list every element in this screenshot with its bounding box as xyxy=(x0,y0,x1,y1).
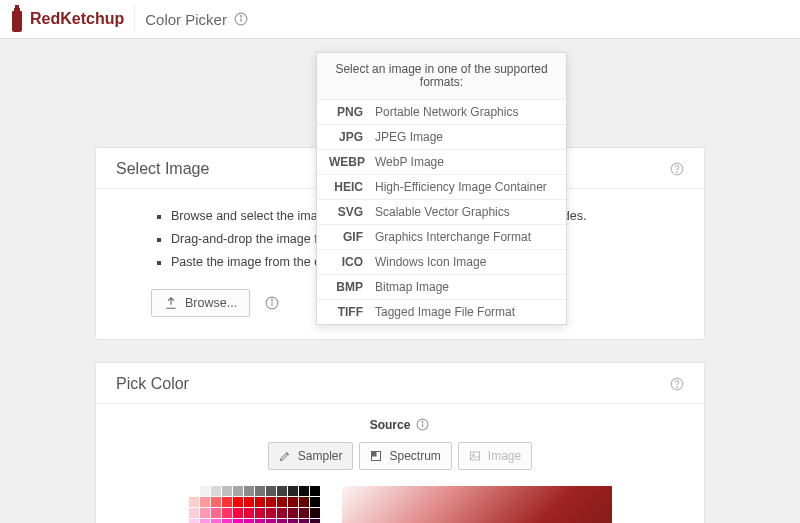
color-swatch[interactable] xyxy=(277,508,287,518)
svg-point-9 xyxy=(677,387,678,388)
color-swatch[interactable] xyxy=(233,497,243,507)
color-swatch[interactable] xyxy=(255,486,265,496)
format-name: Scalable Vector Graphics xyxy=(375,205,554,219)
color-swatch[interactable] xyxy=(211,508,221,518)
svg-point-2 xyxy=(240,16,241,17)
color-swatches[interactable] xyxy=(189,486,320,523)
color-swatch[interactable] xyxy=(288,508,298,518)
svg-point-12 xyxy=(422,422,423,423)
source-tabs: Sampler Spectrum Image xyxy=(126,442,674,470)
info-icon[interactable] xyxy=(234,12,248,26)
eyedropper-icon xyxy=(279,450,291,462)
color-swatch[interactable] xyxy=(211,497,221,507)
source-label: Source xyxy=(370,418,411,432)
color-swatch[interactable] xyxy=(255,519,265,523)
format-abbr: JPG xyxy=(329,130,375,144)
color-swatch[interactable] xyxy=(277,497,287,507)
info-icon[interactable] xyxy=(416,418,430,432)
format-abbr: ICO xyxy=(329,255,375,269)
format-abbr: BMP xyxy=(329,280,375,294)
svg-rect-14 xyxy=(372,452,377,457)
svg-point-16 xyxy=(472,454,474,456)
color-swatch[interactable] xyxy=(266,519,276,523)
color-swatch[interactable] xyxy=(211,486,221,496)
format-name: WebP Image xyxy=(375,155,554,169)
browse-button[interactable]: Browse... xyxy=(151,289,250,317)
picker-row xyxy=(126,486,674,523)
color-swatch[interactable] xyxy=(310,497,320,507)
color-swatch[interactable] xyxy=(244,508,254,518)
color-swatch[interactable] xyxy=(299,497,309,507)
color-swatch[interactable] xyxy=(266,486,276,496)
brand-name: RedKetchup xyxy=(30,10,124,28)
color-swatch[interactable] xyxy=(244,497,254,507)
color-swatch[interactable] xyxy=(266,497,276,507)
info-icon[interactable] xyxy=(265,296,279,310)
color-swatch[interactable] xyxy=(255,508,265,518)
spectrum-icon xyxy=(370,450,382,462)
color-swatch[interactable] xyxy=(277,486,287,496)
format-row: WEBPWebP Image xyxy=(317,150,566,175)
color-swatch[interactable] xyxy=(288,486,298,496)
color-swatch[interactable] xyxy=(244,486,254,496)
tab-spectrum[interactable]: Spectrum xyxy=(359,442,451,470)
format-row: GIFGraphics Interchange Format xyxy=(317,225,566,250)
color-swatch[interactable] xyxy=(222,508,232,518)
color-swatch[interactable] xyxy=(310,508,320,518)
color-swatch[interactable] xyxy=(310,519,320,523)
color-swatch[interactable] xyxy=(233,486,243,496)
color-swatch[interactable] xyxy=(200,497,210,507)
tab-sampler[interactable]: Sampler xyxy=(268,442,354,470)
format-row: BMPBitmap Image xyxy=(317,275,566,300)
top-bar: RedKetchup Color Picker xyxy=(0,0,800,39)
color-swatch[interactable] xyxy=(200,519,210,523)
format-row: ICOWindows Icon Image xyxy=(317,250,566,275)
formats-list: PNGPortable Network GraphicsJPGJPEG Imag… xyxy=(317,100,566,324)
pick-color-card: Pick Color Source Sampler Spectrum xyxy=(95,362,705,523)
ketchup-bottle-icon xyxy=(10,5,24,33)
color-swatch[interactable] xyxy=(310,486,320,496)
card-body: Source Sampler Spectrum Image xyxy=(96,404,704,523)
color-swatch[interactable] xyxy=(211,519,221,523)
color-swatch[interactable] xyxy=(189,486,199,496)
tab-image: Image xyxy=(458,442,532,470)
color-swatch[interactable] xyxy=(288,519,298,523)
color-swatch[interactable] xyxy=(189,508,199,518)
svg-point-7 xyxy=(272,300,273,301)
color-swatch[interactable] xyxy=(200,486,210,496)
color-swatch[interactable] xyxy=(299,508,309,518)
format-row: PNGPortable Network Graphics xyxy=(317,100,566,125)
format-name: Tagged Image File Format xyxy=(375,305,554,319)
help-icon[interactable] xyxy=(670,162,684,176)
color-swatch[interactable] xyxy=(244,519,254,523)
color-swatch[interactable] xyxy=(222,486,232,496)
tab-label: Sampler xyxy=(298,449,343,463)
upload-icon xyxy=(164,296,178,310)
card-title: Pick Color xyxy=(116,375,670,393)
color-swatch[interactable] xyxy=(233,508,243,518)
tooltip-heading: Select an image in one of the supported … xyxy=(317,53,566,100)
color-swatch[interactable] xyxy=(255,497,265,507)
color-swatch[interactable] xyxy=(222,497,232,507)
color-swatch[interactable] xyxy=(299,519,309,523)
color-swatch[interactable] xyxy=(200,508,210,518)
format-abbr: PNG xyxy=(329,105,375,119)
vertical-divider xyxy=(134,5,135,33)
format-row: TIFFTagged Image File Format xyxy=(317,300,566,324)
color-swatch[interactable] xyxy=(277,519,287,523)
format-abbr: GIF xyxy=(329,230,375,244)
color-swatch[interactable] xyxy=(266,508,276,518)
format-name: Windows Icon Image xyxy=(375,255,554,269)
color-swatch[interactable] xyxy=(288,497,298,507)
help-icon[interactable] xyxy=(670,377,684,391)
color-swatch[interactable] xyxy=(222,519,232,523)
format-abbr: WEBP xyxy=(329,155,375,169)
brand-logo[interactable]: RedKetchup xyxy=(10,5,124,33)
color-gradient[interactable] xyxy=(342,486,612,523)
color-swatch[interactable] xyxy=(189,497,199,507)
content: Select Image Browse and select the image… xyxy=(0,39,800,523)
tab-label: Image xyxy=(488,449,521,463)
color-swatch[interactable] xyxy=(299,486,309,496)
color-swatch[interactable] xyxy=(189,519,199,523)
color-swatch[interactable] xyxy=(233,519,243,523)
